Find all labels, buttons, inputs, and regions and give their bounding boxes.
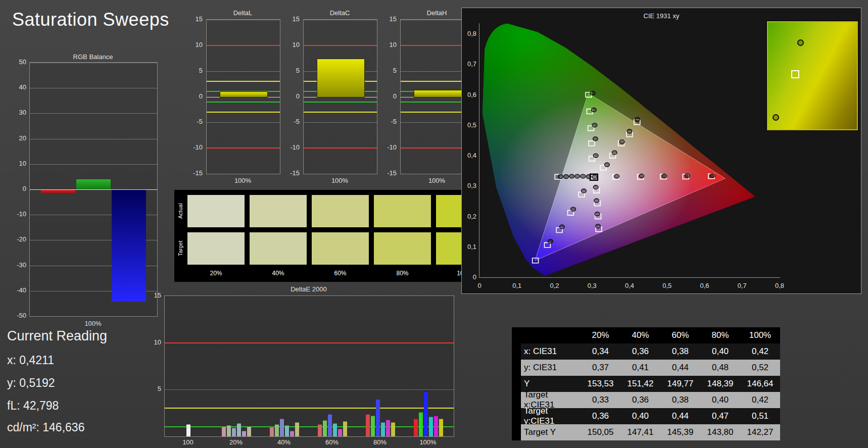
table-gutter [512, 424, 521, 440]
table-header: 100% [740, 327, 780, 343]
gridline [207, 174, 280, 174]
tick-label: 5 [158, 385, 161, 392]
table-cell: 0,48 [700, 360, 740, 376]
rgb-plot-area [29, 62, 158, 317]
rgb-y-axis-labels: 50403020100-10-20-30-40-50 [15, 62, 28, 316]
deltae-bar [323, 420, 327, 437]
limit-line [304, 102, 377, 103]
tick-label: 0,8 [769, 282, 790, 289]
tick-label: 0 [393, 92, 397, 100]
tick-label: 5 [393, 67, 397, 74]
tick-label: 0,5 [467, 121, 476, 129]
limit-line [207, 112, 280, 113]
tick-label: 10 [293, 41, 300, 48]
table-cell: 0,40 [620, 408, 660, 424]
measured-marker [614, 174, 619, 178]
table-cell: 0,34 [581, 343, 620, 360]
tick-label: 10 [19, 160, 26, 167]
measured-marker [592, 123, 597, 127]
actual-swatch [187, 195, 245, 227]
measured-marker [560, 225, 565, 229]
measured-marker [548, 239, 553, 243]
table-cell: 150,05 [581, 424, 620, 440]
table-header: 60% [660, 327, 700, 343]
tick-label: 50 [19, 58, 26, 66]
deltal-x-axis-label: 100% [206, 177, 279, 184]
cie-1931-panel: CIE 1931 xy 00,10,20,30,40,50,60,70,8 00… [461, 8, 861, 294]
tick-label: 0,4 [619, 282, 640, 289]
limit-line [165, 426, 454, 427]
table-gutter [512, 408, 521, 424]
deltae-bar [328, 414, 332, 437]
limit-line [165, 342, 454, 343]
limit-line [207, 45, 280, 46]
rgb-balance-chart: RGB Balance 50403020100-10-20-30-40-50 1… [15, 53, 159, 328]
deltae-bar [222, 426, 226, 437]
deltac-title: DeltaC [303, 9, 376, 17]
tick-label: 30 [19, 109, 26, 116]
table-cell: 0,41 [620, 360, 660, 376]
deltae-bar [371, 416, 375, 437]
table-cell: 146,64 [740, 376, 780, 392]
swatch-label: 80% [374, 270, 431, 277]
table-row-label: y: CIE31 [521, 360, 581, 376]
target-swatch [374, 232, 431, 265]
table-gutter [512, 376, 521, 392]
tick-label: -5 [391, 118, 397, 125]
table-gutter [512, 343, 521, 360]
measured-marker [582, 189, 587, 193]
table-cell: 0,47 [700, 408, 740, 424]
red-bar [41, 190, 75, 194]
deltae-bar [247, 426, 251, 437]
measured-marker [612, 151, 617, 155]
table-cell: 0,33 [581, 392, 620, 408]
actual-swatch [250, 195, 307, 227]
gridline [207, 71, 280, 72]
table-cell: 142,27 [740, 424, 780, 440]
gridline [165, 389, 454, 390]
tick-label: 0 [469, 282, 490, 289]
tick-label: 0 [473, 273, 476, 281]
deltae-bar [338, 429, 342, 437]
page-title: Saturation Sweeps [12, 9, 169, 30]
table-cell: 0,38 [660, 392, 700, 408]
table-cell: 0,40 [700, 392, 740, 408]
tick-label: 0 [296, 92, 300, 100]
tick-label: 0,6 [467, 91, 476, 98]
tick-label: -30 [17, 261, 26, 269]
tick-label: 0,2 [545, 282, 565, 289]
group-label: 20% [221, 438, 251, 446]
tick-label: -10 [290, 143, 300, 151]
tick-label: 0,5 [657, 282, 677, 289]
measured-marker [595, 212, 600, 216]
group-label: 80% [365, 438, 395, 446]
gridline [30, 88, 157, 88]
tick-label: 15 [196, 15, 203, 23]
delta-bar [220, 91, 268, 97]
deltac-plot-area [303, 19, 377, 174]
gridline [304, 20, 377, 20]
deltae2000-plot-area [164, 295, 454, 437]
target-swatch [250, 232, 307, 265]
deltae-bar [232, 428, 236, 437]
table-cell: 0,36 [620, 343, 660, 360]
table-cell: 0,42 [740, 392, 780, 408]
measured-marker [596, 224, 601, 228]
tick-label: 20 [19, 134, 26, 142]
measured-marker [662, 174, 667, 178]
measured-marker [571, 207, 576, 211]
cie-zoom-inset [767, 21, 858, 130]
group-label: 40% [269, 438, 299, 446]
table-cell: 0,51 [740, 408, 780, 424]
tick-label: -5 [294, 118, 300, 125]
table-row-label: Target y:CIE31 [521, 408, 581, 424]
swatch-row-label-actual: Actual [176, 195, 184, 227]
deltae2000-title: DeltaE 2000 [164, 285, 453, 293]
table-cell: 0,44 [660, 408, 700, 424]
deltae-bar [280, 419, 284, 437]
measured-marker [558, 175, 563, 179]
table-corner [521, 327, 581, 343]
measured-marker [564, 175, 569, 179]
table-cell: 151,42 [620, 376, 660, 392]
table-cell: 0,44 [660, 360, 700, 376]
